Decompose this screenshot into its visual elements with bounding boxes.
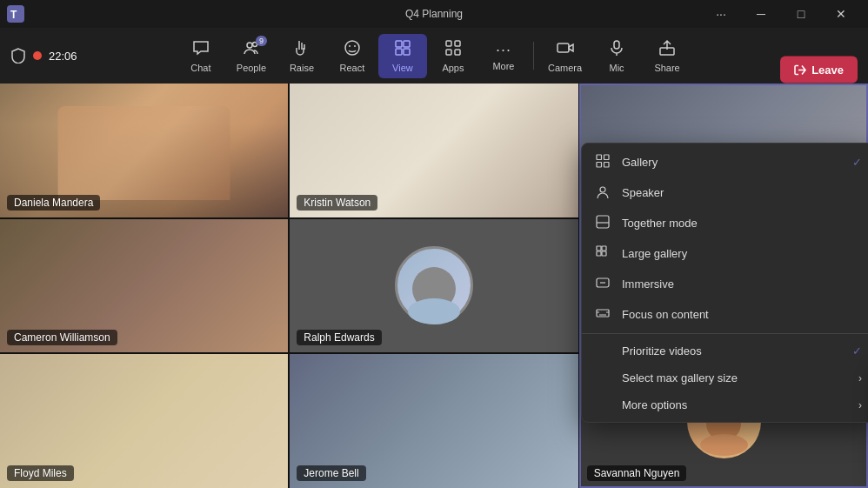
svg-rect-8 — [404, 41, 410, 47]
more-options-item[interactable]: More options › — [582, 391, 868, 418]
prioritize-videos-item[interactable]: Prioritize videos ✓ — [582, 338, 868, 364]
view-option-together[interactable]: Together mode — [582, 208, 868, 238]
react-label: React — [340, 63, 365, 73]
toolbar-items: Chat 9 People Raise React View — [177, 34, 691, 78]
react-btn[interactable]: React — [328, 34, 377, 78]
title-bar: T Q4 Planning ··· ─ □ ✕ — [0, 0, 868, 28]
large-gallery-icon — [596, 245, 611, 262]
svg-rect-25 — [602, 246, 606, 251]
svg-rect-21 — [604, 163, 610, 168]
video-cell-8: Jerome Bell — [290, 354, 578, 488]
apps-btn[interactable]: Apps — [429, 34, 477, 78]
react-icon — [344, 39, 361, 61]
gallery-label: Gallery — [622, 156, 658, 169]
svg-rect-14 — [455, 50, 460, 55]
svg-point-4 — [345, 41, 359, 55]
view-option-speaker[interactable]: Speaker — [582, 177, 868, 208]
more-icon: ··· — [496, 41, 511, 59]
app-icon: T — [7, 5, 24, 23]
svg-point-6 — [354, 45, 356, 47]
video-cell-2: Kristin Watson — [290, 84, 578, 217]
person-name-4: Cameron Williamson — [7, 330, 117, 345]
view-icon — [394, 39, 411, 61]
person-name-7: Floyd Miles — [7, 465, 74, 481]
svg-rect-12 — [455, 41, 460, 46]
menu-sep-1 — [582, 333, 868, 334]
svg-rect-20 — [597, 163, 602, 168]
title-bar-controls: ··· ─ □ ✕ — [701, 0, 861, 28]
view-btn[interactable]: View — [378, 34, 427, 78]
immersive-label: Immersive — [622, 277, 674, 291]
camera-btn[interactable]: Camera — [539, 34, 591, 78]
svg-rect-23 — [597, 216, 609, 228]
close-btn[interactable]: ✕ — [821, 0, 861, 28]
video-cell-1: Daniela Mandera — [0, 84, 288, 217]
camera-icon — [557, 39, 574, 61]
view-dropdown: Gallery ✓ Speaker Together mode Large ga… — [581, 143, 868, 423]
mic-label: Mic — [610, 63, 624, 73]
together-icon — [596, 215, 611, 231]
view-option-large-gallery[interactable]: Large gallery — [582, 238, 868, 269]
people-label: People — [237, 63, 266, 73]
svg-point-2 — [247, 43, 252, 48]
view-option-gallery[interactable]: Gallery ✓ — [582, 147, 868, 177]
more-options-arrow: › — [858, 399, 862, 411]
video-cell-4: Cameron Williamson — [0, 219, 288, 353]
svg-rect-15 — [558, 43, 569, 52]
immersive-icon — [596, 276, 611, 292]
people-badge: 9 — [256, 36, 267, 46]
gallery-check: ✓ — [852, 156, 862, 169]
title-bar-title: Q4 Planning — [405, 8, 463, 20]
svg-rect-18 — [597, 155, 602, 160]
toolbar: 22:06 Chat 9 People Raise React — [0, 28, 868, 84]
more-label: More — [492, 61, 514, 71]
chat-btn[interactable]: Chat — [177, 34, 225, 78]
minimize-btn[interactable]: ─ — [741, 0, 781, 28]
prioritize-check: ✓ — [852, 344, 862, 358]
prioritize-label: Prioritize videos — [622, 344, 702, 358]
svg-rect-26 — [597, 251, 601, 256]
person-name-9: Savannah Nguyen — [587, 465, 687, 481]
people-icon: 9 — [243, 39, 260, 61]
chat-label: Chat — [190, 63, 210, 73]
focus-label: Focus on content — [622, 308, 709, 321]
svg-rect-7 — [396, 41, 402, 47]
apps-label: Apps — [442, 63, 464, 73]
view-option-focus[interactable]: Focus on content — [582, 299, 868, 330]
separator-1 — [533, 42, 534, 70]
focus-icon — [596, 306, 611, 323]
svg-rect-16 — [614, 41, 619, 49]
person-name-8: Jerome Bell — [297, 465, 365, 481]
svg-point-5 — [349, 45, 351, 47]
more-btn[interactable]: ··· More — [479, 36, 528, 77]
raise-label: Raise — [290, 63, 314, 73]
svg-rect-24 — [597, 246, 601, 251]
svg-rect-29 — [597, 310, 609, 317]
video-cell-7: Floyd Miles — [0, 354, 288, 488]
security-icon — [10, 48, 26, 64]
speaker-icon — [596, 184, 611, 201]
people-btn[interactable]: 9 People — [227, 34, 276, 78]
person-name-1: Daniela Mandera — [7, 195, 100, 211]
timer: 22:06 — [49, 50, 77, 63]
maximize-btn[interactable]: □ — [781, 0, 821, 28]
mic-btn[interactable]: Mic — [592, 34, 641, 78]
more-options-btn[interactable]: ··· — [701, 0, 741, 28]
chat-icon — [192, 39, 210, 61]
gallery-size-item[interactable]: Select max gallery size › 4 people 9 peo… — [582, 364, 868, 391]
person-name-2: Kristin Watson — [297, 195, 377, 211]
apps-icon — [444, 39, 462, 61]
raise-icon — [293, 39, 310, 61]
raise-btn[interactable]: Raise — [277, 34, 326, 78]
view-label: View — [392, 63, 413, 73]
svg-text:T: T — [10, 9, 17, 21]
share-btn[interactable]: Share — [643, 34, 691, 78]
gallery-icon — [596, 154, 611, 170]
svg-point-22 — [600, 187, 605, 192]
leave-button[interactable]: Leave — [780, 57, 858, 84]
view-option-immersive[interactable]: Immersive — [582, 269, 868, 299]
gallery-size-label: Select max gallery size — [622, 371, 738, 384]
mic-icon — [608, 39, 625, 61]
share-icon — [658, 39, 676, 61]
svg-rect-19 — [604, 155, 610, 160]
